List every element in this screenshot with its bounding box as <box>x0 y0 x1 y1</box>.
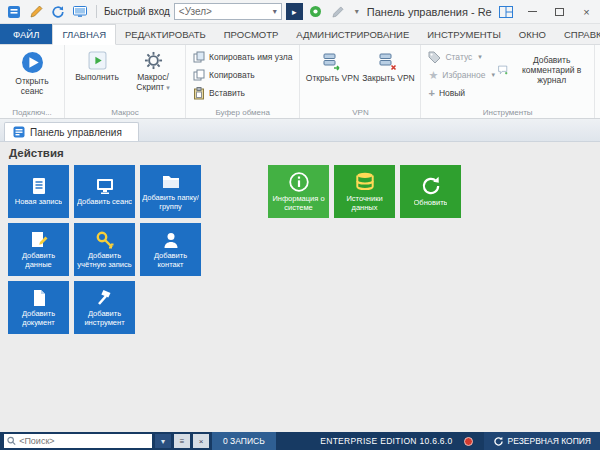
tile-label: Источники данных <box>336 195 393 212</box>
tile-label: Информация о системе <box>270 195 327 212</box>
paste-button[interactable]: Вставить <box>190 84 295 102</box>
document-tab-bar: Панель управления <box>0 119 600 142</box>
layout-button[interactable] <box>492 0 519 23</box>
tab-home[interactable]: ГЛАВНАЯ <box>52 24 116 45</box>
dashboard-content: Действия Новая запись Добавить сеанс Доб… <box>0 142 600 432</box>
minimize-button[interactable] <box>519 0 546 23</box>
ribbon-group-connection: Открыть сеанс Подключ... <box>0 45 65 118</box>
add-session-icon <box>95 176 115 196</box>
clear-search-button[interactable]: × <box>193 434 209 448</box>
tile-add-tool[interactable]: Добавить инструмент <box>74 281 135 334</box>
tile-information[interactable]: Информация о системе <box>268 165 329 218</box>
paste-label: Вставить <box>209 88 245 98</box>
minimize-icon <box>528 11 537 13</box>
search-box[interactable] <box>4 434 152 448</box>
tile-label: Добавить учётную запись <box>76 252 133 269</box>
ribbon-group-tools: Статус ▾ ★ Избранное ▾ + Новый Добавить … <box>421 45 594 118</box>
node-combobox[interactable]: <Узел> ▾ <box>174 3 282 20</box>
chevron-down-icon: ▾ <box>478 53 482 61</box>
chevron-down-icon: ▾ <box>273 7 277 16</box>
tab-view[interactable]: ПРОСМОТР <box>215 24 288 44</box>
search-input[interactable] <box>19 436 149 446</box>
tile-data-sources[interactable]: Источники данных <box>334 165 395 218</box>
tile-add-contact[interactable]: Добавить контакт <box>140 223 201 276</box>
information-icon <box>288 171 310 193</box>
plus-icon: + <box>428 88 434 99</box>
close-vpn-button[interactable]: Закрыть VPN <box>360 48 416 84</box>
open-session-button[interactable]: Открыть сеанс <box>4 48 60 97</box>
add-journal-comment-button[interactable]: Добавить комментарий в журнал <box>498 48 590 85</box>
tab-edit[interactable]: РЕДАКТИРОВАТЬ <box>116 24 215 44</box>
open-vpn-icon <box>322 51 342 71</box>
star-icon: ★ <box>428 70 438 81</box>
tab-window[interactable]: ОКНО <box>510 24 555 44</box>
group-caption-clipboard: Буфер обмена <box>186 108 299 117</box>
go-arrow-icon: ▸ <box>292 7 297 17</box>
window-title: Панель управления - Remote Desktop... <box>367 6 492 18</box>
tile-label: Обновить <box>414 199 448 208</box>
refresh-icon[interactable] <box>49 3 67 21</box>
favorites-button[interactable]: ★ Избранное ▾ <box>425 66 497 84</box>
tile-add-session[interactable]: Добавить сеанс <box>74 165 135 218</box>
gear-icon <box>144 51 163 70</box>
copy-hostname-button[interactable]: Копировать имя узла <box>190 48 295 66</box>
search-icon <box>7 436 16 446</box>
alert-status-icon[interactable] <box>464 437 473 446</box>
copy-label: Копировать <box>209 70 255 80</box>
tab-administration[interactable]: АДМИНИСТРИРОВАНИЕ <box>287 24 418 44</box>
run-label: Выполнить <box>75 73 119 83</box>
ribbon-group-macro: Выполнить Макрос/Скрипт▾ Макрос <box>65 45 186 118</box>
macro-script-button[interactable]: Макрос/Скрипт▾ <box>125 48 181 93</box>
titlebar: Быстрый вход <Узел> ▾ ▸ ▾ Панель управле… <box>0 0 600 24</box>
tile-add-credential[interactable]: Добавить учётную запись <box>74 223 135 276</box>
statusbar: ▾ ≡ × 0 ЗАПИСЬ ENTERPRISE EDITION 10.6.6… <box>0 432 600 450</box>
tile-new-entry[interactable]: Новая запись <box>8 165 69 218</box>
group-caption-connection: Подключ... <box>0 108 64 117</box>
tile-add-document[interactable]: Добавить документ <box>8 281 69 334</box>
status-tag-icon <box>428 51 441 64</box>
paste-icon <box>193 87 205 100</box>
add-data-icon <box>29 230 49 250</box>
group-caption-tools: Инструменты <box>421 108 593 117</box>
tile-add-data[interactable]: Добавить данные <box>8 223 69 276</box>
copy-host-icon <box>193 51 205 63</box>
window-icon[interactable] <box>71 3 89 21</box>
copy-button[interactable]: Копировать <box>190 66 295 84</box>
tab-file[interactable]: ФАЙЛ <box>0 24 52 44</box>
add-document-icon <box>29 288 49 308</box>
run-button[interactable]: Выполнить <box>69 48 125 83</box>
open-vpn-button[interactable]: Открыть VPN <box>304 48 360 84</box>
tile-label: Добавить данные <box>10 252 67 269</box>
chevron-down-icon: ▾ <box>166 84 170 91</box>
close-vpn-icon <box>378 51 398 71</box>
ribbon-group-clipboard: Копировать имя узла Копировать Вставить … <box>186 45 300 118</box>
tile-label: Новая запись <box>15 198 62 207</box>
backup-label: РЕЗЕРВНАЯ КОПИЯ <box>508 436 591 446</box>
edit-icon[interactable] <box>27 3 45 21</box>
chevron-down-icon: ▾ <box>161 437 165 446</box>
tab-help[interactable]: СПРАВКА <box>555 24 600 44</box>
new-entry-icon <box>29 176 49 196</box>
status-button[interactable]: Статус ▾ <box>425 48 497 66</box>
tile-refresh[interactable]: Обновить <box>400 165 461 218</box>
quick-connect-go-button[interactable]: ▸ <box>286 3 303 20</box>
app-icon[interactable] <box>5 3 23 21</box>
close-vpn-label: Закрыть VPN <box>362 74 415 84</box>
status-green-icon[interactable] <box>307 3 325 21</box>
backup-status[interactable]: РЕЗЕРВНАЯ КОПИЯ <box>484 432 600 450</box>
filter-list-button[interactable]: ≡ <box>174 434 190 448</box>
layout-icon <box>499 6 513 18</box>
tile-add-folder[interactable]: Добавить папку/группу <box>140 165 201 218</box>
ribbon-group-vpn: Открыть VPN Закрыть VPN VPN <box>300 45 421 118</box>
qat-customize-button[interactable]: ▾ <box>355 7 359 16</box>
group-caption-vpn: VPN <box>300 108 420 117</box>
tile-label: Добавить документ <box>10 310 67 327</box>
edit-node-button[interactable] <box>329 3 347 21</box>
search-options-button[interactable]: ▾ <box>155 434 171 448</box>
maximize-button[interactable] <box>546 0 573 23</box>
close-button[interactable]: × <box>573 0 600 23</box>
tab-tools[interactable]: ИНСТРУМЕНТЫ <box>418 24 510 44</box>
new-button[interactable]: + Новый <box>425 84 497 102</box>
clipboard-buttons: Копировать имя узла Копировать Вставить <box>190 48 295 102</box>
tab-dashboard[interactable]: Панель управления <box>4 122 139 141</box>
